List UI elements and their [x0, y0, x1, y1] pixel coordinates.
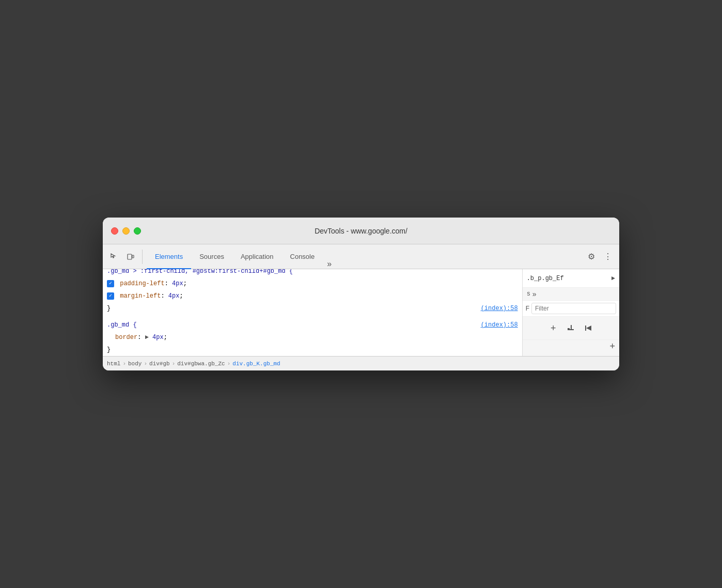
add-style-rule-button[interactable]: + — [546, 321, 560, 335]
device-toggle-button[interactable] — [123, 250, 138, 264]
toolbar-icon-group — [107, 250, 143, 264]
filter-label: F — [526, 305, 529, 312]
right-panel: .b_p.gb_Ef ► s » F + — [522, 269, 619, 356]
right-action-icons: + — [523, 317, 619, 340]
section-more-bar: s » — [523, 288, 619, 301]
tab-elements[interactable]: Elements — [147, 245, 191, 269]
rule-close-brace-1: } (index):58 — [103, 302, 522, 315]
svg-rect-1 — [132, 255, 134, 258]
edit-style-button[interactable] — [563, 321, 578, 335]
inspect-element-button[interactable] — [107, 250, 121, 264]
add-rule-button[interactable]: + — [609, 341, 615, 352]
maximize-button[interactable] — [134, 227, 141, 235]
node-breadcrumb-path: html › body › div#gb › div#gbwa.gb_Zc › … — [107, 361, 280, 367]
rule-close-brace-2: } — [103, 344, 522, 356]
svg-rect-6 — [585, 326, 586, 331]
titlebar: DevTools - www.google.com/ — [103, 218, 619, 244]
tab-console[interactable]: Console — [282, 245, 323, 269]
bottom-status-bar: html › body › div#gb › div#gbwa.gb_Zc › … — [103, 356, 619, 370]
line-number-2[interactable]: (index):58 — [481, 320, 518, 330]
svg-marker-5 — [586, 326, 591, 331]
padding-left-line: ✓ padding-left: 4px; — [103, 277, 522, 290]
right-panel-spacer — [523, 340, 619, 356]
border-expand-icon[interactable]: ► — [145, 334, 149, 341]
styles-lower-section: .gb_md > :first-child, #gbstw:first-chil… — [103, 269, 522, 356]
svg-rect-2 — [568, 329, 574, 330]
previous-panel-button[interactable] — [581, 321, 595, 335]
window-title: DevTools - www.google.com/ — [315, 227, 407, 235]
styles-sub-toolbar: F — [523, 301, 619, 317]
line-number-1[interactable]: (index):58 — [481, 303, 518, 314]
section-more-button[interactable]: » — [530, 290, 539, 298]
node-selector-label: .b_p.gb_Ef — [527, 275, 564, 282]
settings-button[interactable]: ⚙ — [584, 250, 599, 264]
rule-selector-line: .gb_md > :first-child, #gbstw:first-chil… — [103, 269, 522, 277]
more-tabs-button[interactable]: » — [323, 259, 336, 269]
margin-left-line: ✓ margin-left: 4px; — [103, 290, 522, 302]
padding-left-checkbox[interactable]: ✓ — [107, 280, 114, 287]
tab-sources[interactable]: Sources — [191, 245, 232, 269]
minimize-button[interactable] — [122, 227, 130, 235]
spacer — [103, 315, 522, 319]
styles-filter-input[interactable] — [531, 303, 616, 314]
main-content: ... ▼ <div class="gb_Zc"> <div class="gb… — [103, 269, 619, 356]
close-button[interactable] — [111, 227, 118, 235]
devtools-toolbar: Elements Sources Application Console » ⚙… — [103, 244, 619, 269]
devtools-window: DevTools - www.google.com/ Elements Sour… — [103, 218, 619, 370]
svg-rect-3 — [571, 325, 572, 329]
node-expand-icon[interactable]: ► — [611, 275, 615, 282]
tab-application[interactable]: Application — [232, 245, 282, 269]
node-selector-bar: .b_p.gb_Ef ► — [523, 269, 619, 288]
toolbar-right-icons: ⚙ ⋮ — [584, 250, 615, 264]
more-options-button[interactable]: ⋮ — [601, 250, 615, 264]
gb-md-rule-selector: .gb_md { (index):58 — [103, 319, 522, 331]
elements-panel: ... ▼ <div class="gb_Zc"> <div class="gb… — [103, 269, 522, 356]
border-prop-line: border: ► 4px; — [103, 331, 522, 344]
margin-left-checkbox[interactable]: ✓ — [107, 292, 114, 300]
traffic-lights — [111, 227, 141, 235]
svg-rect-4 — [568, 328, 570, 329]
tab-bar: Elements Sources Application Console » — [147, 244, 336, 269]
section-more-label: s — [527, 290, 530, 298]
svg-rect-0 — [128, 254, 132, 259]
